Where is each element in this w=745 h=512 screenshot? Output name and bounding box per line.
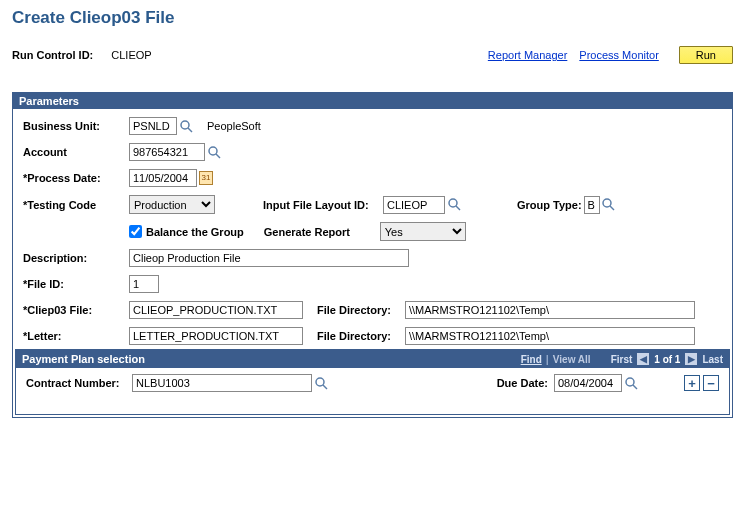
business-unit-name: PeopleSoft	[207, 120, 261, 132]
svg-point-2	[209, 147, 217, 155]
balance-label: Balance the Group	[146, 226, 244, 238]
delete-row-icon[interactable]: −	[703, 375, 719, 391]
calendar-icon[interactable]: 31	[199, 171, 213, 185]
clieop-file-label: *Cliep03 File:	[23, 304, 129, 316]
last-label: Last	[702, 354, 723, 365]
contract-number-label: Contract Number:	[26, 377, 132, 389]
letter-label: *Letter:	[23, 330, 129, 342]
position-text: 1 of 1	[654, 354, 680, 365]
process-date-label: *Process Date:	[23, 172, 129, 184]
lookup-icon[interactable]	[207, 145, 221, 159]
group-type-label: Group Type:	[517, 199, 582, 211]
svg-line-5	[456, 206, 460, 210]
run-control-label: Run Control ID:	[12, 49, 93, 61]
lookup-icon[interactable]	[602, 198, 616, 212]
run-button[interactable]: Run	[679, 46, 733, 64]
file-directory-label-2: File Directory:	[317, 330, 405, 342]
description-input[interactable]	[129, 249, 409, 267]
file-directory-label-1: File Directory:	[317, 304, 405, 316]
add-row-icon[interactable]: +	[684, 375, 700, 391]
generate-report-label: Generate Report	[264, 226, 380, 238]
svg-point-6	[603, 199, 611, 207]
svg-point-8	[316, 378, 324, 386]
business-unit-label: Business Unit:	[23, 120, 129, 132]
lookup-icon[interactable]	[179, 119, 193, 133]
svg-line-3	[216, 154, 220, 158]
payment-row: Contract Number: Due Date: + −	[16, 368, 729, 414]
generate-report-select[interactable]: Yes	[380, 222, 466, 241]
first-label: First	[611, 354, 633, 365]
file-directory-input-1[interactable]	[405, 301, 695, 319]
file-id-input[interactable]	[129, 275, 159, 293]
report-manager-link[interactable]: Report Manager	[488, 49, 568, 61]
svg-line-1	[188, 128, 192, 132]
svg-point-10	[626, 378, 634, 386]
svg-line-9	[323, 385, 327, 389]
page-title: Create Clieop03 File	[12, 8, 733, 28]
parameters-panel: Parameters Business Unit: PeopleSoft Acc…	[12, 92, 733, 418]
parameters-body: Business Unit: PeopleSoft Account *Proce…	[13, 109, 732, 417]
lookup-icon[interactable]	[624, 376, 638, 390]
account-input[interactable]	[129, 143, 205, 161]
payment-header: Payment Plan selection Find | View All F…	[16, 350, 729, 368]
business-unit-input[interactable]	[129, 117, 177, 135]
file-id-label: *File ID:	[23, 278, 129, 290]
letter-input[interactable]	[129, 327, 303, 345]
separator: |	[546, 353, 549, 365]
input-file-layout-input[interactable]	[383, 196, 445, 214]
process-monitor-link[interactable]: Process Monitor	[579, 49, 658, 61]
svg-point-0	[181, 121, 189, 129]
parameters-header: Parameters	[13, 93, 732, 109]
input-file-layout-label: Input File Layout ID:	[263, 199, 383, 211]
due-date-input[interactable]	[554, 374, 622, 392]
due-date-label: Due Date:	[497, 377, 548, 389]
process-date-input[interactable]	[129, 169, 197, 187]
testing-code-label: *Testing Code	[23, 199, 129, 211]
file-directory-input-2[interactable]	[405, 327, 695, 345]
lookup-icon[interactable]	[314, 376, 328, 390]
balance-checkbox[interactable]	[129, 225, 142, 238]
view-all-link[interactable]: View All	[553, 354, 591, 365]
find-link[interactable]: Find	[521, 354, 542, 365]
parameters-header-title: Parameters	[19, 95, 79, 107]
lookup-icon[interactable]	[447, 198, 461, 212]
payment-header-title: Payment Plan selection	[22, 353, 145, 365]
description-label: Description:	[23, 252, 129, 264]
account-label: Account	[23, 146, 129, 158]
run-control-row: Run Control ID: CLIEOP Report Manager Pr…	[12, 46, 733, 64]
testing-code-select[interactable]: Production	[129, 195, 215, 214]
chevron-right-icon[interactable]: ▶	[684, 352, 698, 366]
svg-point-4	[449, 199, 457, 207]
run-control-value: CLIEOP	[111, 49, 151, 61]
svg-line-7	[610, 206, 614, 210]
chevron-left-icon[interactable]: ◀	[636, 352, 650, 366]
svg-line-11	[633, 385, 637, 389]
clieop-file-input[interactable]	[129, 301, 303, 319]
group-type-input[interactable]	[584, 196, 600, 214]
contract-number-input[interactable]	[132, 374, 312, 392]
